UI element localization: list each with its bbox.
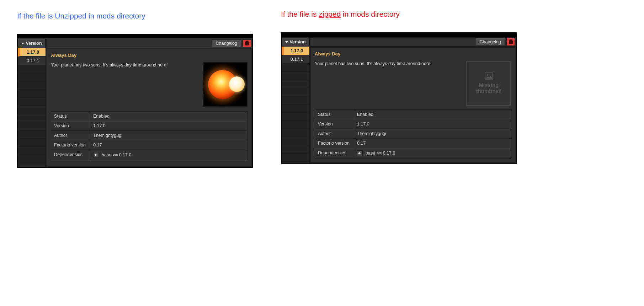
detail-key: Dependencies <box>315 148 354 158</box>
detail-value: Themightygugi <box>354 129 511 138</box>
detail-value: 1.17.0 <box>90 121 247 130</box>
detail-key: Author <box>315 129 354 138</box>
version-row[interactable]: 0.17.1 <box>18 57 46 65</box>
mod-title: Always Day <box>315 51 511 57</box>
window-top-border <box>282 33 516 37</box>
detail-value: 1.17.0 <box>354 119 511 129</box>
mod-description: Your planet has two suns. It's always da… <box>51 62 199 108</box>
caption-zipped-suffix: in mods directory <box>341 10 400 18</box>
screenshot-unzipped: Version 1.17.0 0.17.1 Changelog Always D… <box>17 34 253 168</box>
table-row-dependencies: Dependencies base >= 0.17.0 <box>315 148 511 158</box>
table-row: Author Themightygugi <box>315 129 511 138</box>
detail-key: Author <box>51 131 90 140</box>
version-header-label: Version <box>26 41 42 46</box>
screenshot-zipped: Version 1.17.0 0.17.1 Changelog Always D… <box>281 32 517 164</box>
details-table: Status Enabled Version 1.17.0 Author The… <box>51 111 248 160</box>
svg-point-1 <box>487 74 488 76</box>
details-table: Status Enabled Version 1.17.0 Author The… <box>315 109 511 159</box>
mod-details-panel: Changelog Always Day Your planet has two… <box>310 37 516 163</box>
mod-title: Always Day <box>51 53 248 58</box>
window-top-border <box>18 34 252 38</box>
detail-key: Version <box>51 121 90 130</box>
dependency-text: base >= 0.17.0 <box>366 151 395 156</box>
detail-value: Enabled <box>90 112 247 121</box>
table-row: Version 1.17.0 <box>51 121 247 130</box>
caption-zipped-word: zipped <box>319 10 341 18</box>
detail-key: Factorio version <box>315 139 354 148</box>
version-row[interactable]: 0.17.1 <box>282 55 309 64</box>
detail-value: base >= 0.17.0 <box>354 148 511 158</box>
table-row: Author Themightygugi <box>51 130 247 140</box>
detail-key: Factorio version <box>51 140 90 150</box>
dependency-text: base >= 0.17.0 <box>102 152 131 157</box>
table-row: Factorio version 0.17 <box>51 140 247 150</box>
changelog-button[interactable]: Changelog <box>476 38 505 46</box>
detail-value: base >= 0.17.0 <box>90 150 247 160</box>
table-row: Version 1.17.0 <box>315 119 511 129</box>
version-row-selected[interactable]: 1.17.0 <box>18 48 46 57</box>
changelog-button[interactable]: Changelog <box>212 39 241 47</box>
dependency-icon <box>357 150 363 156</box>
detail-value: Enabled <box>354 110 511 119</box>
version-header[interactable]: Version <box>282 37 309 47</box>
table-row: Status Enabled <box>315 110 511 119</box>
missing-thumb-line1: Missing <box>479 82 499 88</box>
detail-key: Dependencies <box>51 150 90 160</box>
delete-button[interactable] <box>506 38 515 46</box>
trash-icon <box>509 40 513 44</box>
table-row: Status Enabled <box>51 112 247 121</box>
dependency-icon <box>93 152 99 158</box>
version-sidebar: Version 1.17.0 0.17.1 <box>18 39 46 167</box>
chevron-down-icon <box>21 43 24 44</box>
detail-key: Version <box>315 119 354 129</box>
chevron-down-icon <box>285 41 288 43</box>
version-list-filler <box>282 64 309 163</box>
toolbar: Changelog <box>46 39 252 48</box>
mod-description: Your planet has two suns. It's always da… <box>315 61 462 106</box>
version-sidebar: Version 1.17.0 0.17.1 <box>282 37 310 163</box>
mod-details-panel: Changelog Always Day Your planet has two… <box>46 39 252 167</box>
detail-value: 0.17 <box>354 139 511 148</box>
caption-unzipped: If the file is Unzipped in mods director… <box>17 12 145 20</box>
image-placeholder-icon <box>485 73 493 80</box>
detail-key: Status <box>315 110 354 119</box>
mod-thumbnail <box>203 62 248 107</box>
detail-value: Themightygugi <box>90 131 247 140</box>
table-row-dependencies: Dependencies base >= 0.17.0 <box>51 150 247 160</box>
detail-value: 0.17 <box>90 140 247 150</box>
delete-button[interactable] <box>243 39 251 47</box>
trash-icon <box>245 41 249 45</box>
version-row-selected[interactable]: 1.17.0 <box>282 47 309 55</box>
version-list-filler <box>18 65 46 167</box>
missing-thumb-line2: thumbnail <box>476 88 502 94</box>
toolbar: Changelog <box>310 37 516 47</box>
caption-zipped-prefix: If the file is <box>281 10 319 18</box>
missing-thumbnail: Missing thumbnail <box>466 61 511 106</box>
version-header[interactable]: Version <box>18 39 46 48</box>
caption-zipped: If the file is zipped in mods directory <box>281 10 400 18</box>
detail-key: Status <box>51 112 90 121</box>
table-row: Factorio version 0.17 <box>315 138 511 148</box>
version-header-label: Version <box>289 39 305 44</box>
sun-small-graphic <box>229 76 245 92</box>
